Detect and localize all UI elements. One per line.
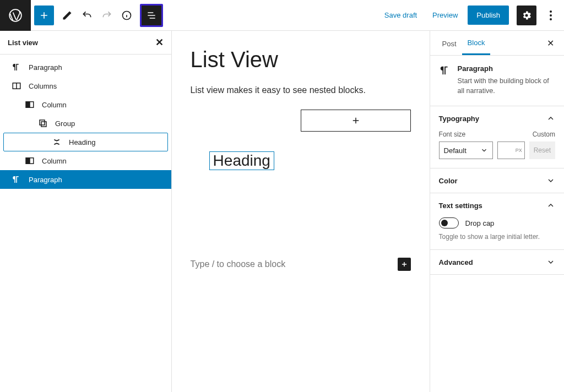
panel-title: Color — [439, 177, 458, 185]
close-list-view-button[interactable]: ✕ — [155, 36, 164, 48]
list-item-paragraph-selected[interactable]: Paragraph — [0, 170, 171, 189]
top-bar-left — [0, 0, 166, 30]
drop-cap-hint: Toggle to show a large initial letter. — [439, 233, 555, 241]
list-view-header: List view ✕ — [0, 31, 171, 55]
svg-rect-11 — [26, 158, 30, 164]
details-button[interactable] — [117, 6, 137, 25]
block-card: Paragraph Start with the building block … — [430, 56, 564, 106]
list-item-label: Paragraph — [29, 63, 62, 72]
drop-cap-label: Drop cap — [465, 219, 495, 227]
editor-body: List view ✕ Paragraph Columns Column Gro… — [0, 31, 564, 392]
font-size-controls: Default PX Reset — [439, 141, 555, 159]
chevron-up-icon — [546, 114, 555, 123]
heading-block[interactable]: Heading — [209, 151, 274, 170]
svg-point-3 — [550, 14, 552, 17]
font-size-reset-button[interactable]: Reset — [529, 141, 555, 159]
typography-panel: Typography Font size Custom Default PX R… — [430, 106, 564, 168]
tab-post[interactable]: Post — [437, 32, 462, 55]
list-item-group[interactable]: Group — [0, 114, 171, 133]
block-name: Paragraph — [458, 64, 555, 73]
options-menu-button[interactable] — [544, 10, 557, 20]
editor-canvas[interactable]: List View List view makes it easy to see… — [172, 31, 430, 392]
paragraph-icon — [11, 175, 22, 184]
text-settings-panel-body: Drop cap Toggle to show a large initial … — [430, 217, 564, 249]
list-item-label: Group — [55, 119, 75, 128]
svg-rect-8 — [40, 120, 45, 125]
font-size-labels: Font size Custom — [439, 130, 555, 138]
close-sidebar-button[interactable]: ✕ — [544, 35, 557, 52]
list-view-panel: List view ✕ Paragraph Columns Column Gro… — [0, 31, 172, 392]
wordpress-logo[interactable] — [0, 0, 31, 31]
panel-title: Advanced — [439, 258, 473, 266]
typography-panel-toggle[interactable]: Typography — [430, 106, 564, 130]
list-item-label: Columns — [29, 82, 57, 90]
panel-title: Typography — [439, 115, 479, 123]
typography-panel-body: Font size Custom Default PX Reset — [430, 130, 564, 168]
list-item-heading[interactable]: Heading — [3, 133, 168, 151]
paragraph-icon — [11, 62, 22, 72]
custom-label: Custom — [533, 130, 555, 138]
group-icon — [37, 118, 48, 128]
settings-sidebar: Post Block ✕ Paragraph Start with the bu… — [430, 31, 564, 392]
column-icon — [24, 156, 35, 166]
inline-add-block-button[interactable] — [398, 258, 411, 271]
list-item-label: Column — [42, 157, 67, 165]
list-view-title: List view — [8, 39, 38, 47]
redo-button[interactable] — [97, 6, 117, 25]
post-title[interactable]: List View — [191, 47, 411, 72]
advanced-panel: Advanced — [430, 250, 564, 275]
color-panel-toggle[interactable]: Color — [430, 168, 564, 193]
chevron-down-icon — [546, 176, 555, 185]
font-size-custom-input[interactable]: PX — [497, 141, 525, 159]
svg-rect-7 — [26, 102, 30, 108]
list-item-columns[interactable]: Columns — [0, 77, 171, 95]
panel-title: Text settings — [439, 202, 482, 210]
chevron-up-icon — [546, 201, 555, 210]
advanced-panel-toggle[interactable]: Advanced — [430, 250, 564, 274]
column-icon — [24, 100, 35, 110]
block-appender[interactable] — [301, 110, 411, 132]
tab-block[interactable]: Block — [462, 31, 491, 55]
chevron-down-icon — [546, 258, 555, 266]
text-settings-panel: Text settings Drop cap Toggle to show a … — [430, 193, 564, 250]
list-view-toggle-button[interactable] — [140, 4, 163, 27]
appender-placeholder: Type / to choose a block — [191, 259, 286, 269]
list-item-column[interactable]: Column — [0, 151, 171, 170]
list-item-label: Column — [42, 101, 67, 109]
sidebar-tabs: Post Block ✕ — [430, 31, 564, 56]
save-draft-button[interactable]: Save draft — [379, 8, 422, 23]
preview-button[interactable]: Preview — [427, 8, 463, 23]
svg-rect-9 — [41, 122, 46, 127]
publish-button[interactable]: Publish — [468, 6, 509, 25]
svg-point-2 — [550, 10, 552, 13]
block-description: Start with the building block of all nar… — [458, 76, 555, 96]
font-size-value: Default — [444, 146, 467, 155]
default-appender[interactable]: Type / to choose a block — [191, 258, 411, 271]
svg-point-4 — [550, 18, 552, 20]
list-item-label: Paragraph — [29, 176, 62, 184]
block-card-text: Paragraph Start with the building block … — [458, 64, 555, 96]
list-item-paragraph[interactable]: Paragraph — [0, 58, 171, 77]
heading-icon — [51, 138, 62, 146]
text-settings-panel-toggle[interactable]: Text settings — [430, 193, 564, 217]
list-item-label: Heading — [69, 138, 95, 146]
settings-button[interactable] — [517, 6, 536, 25]
list-view-items: Paragraph Columns Column Group Heading C… — [0, 55, 171, 192]
font-size-select[interactable]: Default — [439, 141, 493, 159]
list-item-column[interactable]: Column — [0, 95, 171, 114]
undo-button[interactable] — [77, 6, 97, 25]
paragraph-icon — [439, 64, 451, 96]
tools-button[interactable] — [57, 6, 77, 25]
add-block-button[interactable] — [34, 6, 54, 25]
top-bar-right: Save draft Preview Publish — [379, 6, 564, 25]
drop-cap-toggle[interactable] — [439, 217, 459, 228]
columns-icon — [11, 81, 22, 91]
color-panel: Color — [430, 168, 564, 193]
drop-cap-row: Drop cap — [439, 217, 555, 228]
paragraph-block[interactable]: List view makes it easy to see nested bl… — [191, 85, 411, 95]
chevron-down-icon — [480, 146, 488, 154]
font-size-label: Font size — [439, 130, 466, 138]
editor-top-bar: Save draft Preview Publish — [0, 0, 564, 31]
